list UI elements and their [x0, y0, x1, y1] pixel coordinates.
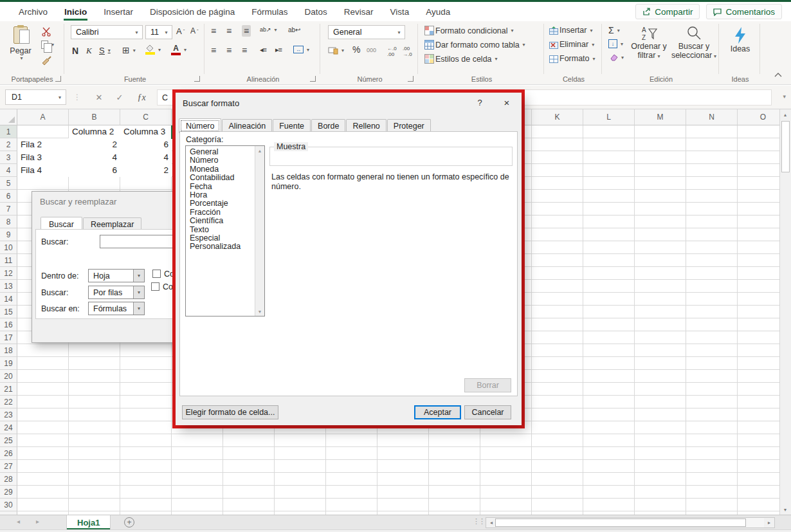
cancel-button[interactable]: Cancelar: [464, 405, 511, 419]
grid-cell-C1[interactable]: Columna 3: [120, 125, 172, 138]
row-header[interactable]: 14: [0, 293, 17, 306]
increase-indent-button[interactable]: ▸≡: [275, 46, 282, 54]
horizontal-scroll-thumb[interactable]: [495, 518, 746, 527]
find-format-tab[interactable]: Alineación: [222, 119, 272, 133]
font-size-select[interactable]: 11: [145, 25, 172, 39]
align-top-button[interactable]: ≡: [211, 26, 216, 35]
grid-cell-C4[interactable]: 2: [120, 164, 172, 177]
autosum-button[interactable]: Σ: [608, 25, 620, 35]
row-header[interactable]: 23: [0, 408, 17, 421]
row-header[interactable]: 2: [0, 138, 17, 151]
menu-tab[interactable]: Ayuda: [417, 2, 459, 21]
row-header[interactable]: 1: [0, 125, 17, 138]
sort-filter-button[interactable]: AZ Ordenar y filtrar: [629, 23, 669, 60]
scroll-down-arrow[interactable]: ▼: [255, 307, 264, 316]
comments-button[interactable]: Comentarios: [706, 4, 782, 19]
italic-button[interactable]: K: [86, 46, 92, 56]
font-color-button[interactable]: A: [171, 44, 186, 55]
clipboard-dialog-launcher[interactable]: [55, 76, 61, 82]
row-header[interactable]: 12: [0, 267, 17, 280]
category-item[interactable]: Contabilidad: [186, 174, 264, 182]
ideas-button[interactable]: Ideas: [725, 24, 755, 53]
collapse-ribbon-button[interactable]: [774, 73, 782, 77]
match-case-checkbox[interactable]: [152, 270, 161, 278]
row-header[interactable]: 18: [0, 344, 17, 357]
copy-button[interactable]: [41, 41, 54, 49]
share-button[interactable]: Compartir: [635, 4, 700, 19]
shrink-font-button[interactable]: Aˇ: [190, 26, 199, 35]
format-painter-button[interactable]: [41, 56, 51, 66]
row-header[interactable]: 28: [0, 473, 17, 486]
sheet-tab-hoja1[interactable]: Hoja1: [66, 515, 111, 529]
format-as-table-button[interactable]: Dar formato como tabla: [424, 40, 525, 50]
font-name-select[interactable]: Calibri: [71, 25, 143, 39]
row-header[interactable]: 16: [0, 318, 17, 331]
horizontal-scrollbar[interactable]: ◂ ▸: [486, 517, 775, 528]
grid-cell-B4[interactable]: 6: [69, 164, 120, 177]
number-dialog-launcher[interactable]: [408, 76, 414, 82]
close-icon[interactable]: ×: [501, 96, 513, 108]
insert-function-button[interactable]: ƒx: [134, 91, 149, 104]
sheet-nav-left-icon[interactable]: ◂: [17, 518, 20, 525]
row-header[interactable]: 17: [0, 331, 17, 344]
grid-cell-C3[interactable]: 4: [120, 151, 172, 164]
help-button[interactable]: ?: [474, 96, 486, 108]
find-format-tab[interactable]: Proteger: [387, 119, 431, 133]
scroll-up-arrow[interactable]: ▲: [255, 146, 264, 155]
row-header[interactable]: 11: [0, 254, 17, 267]
row-header[interactable]: 21: [0, 383, 17, 396]
row-header[interactable]: 7: [0, 203, 17, 216]
column-header[interactable]: M: [635, 109, 686, 125]
confirm-entry-button[interactable]: ✓: [112, 91, 127, 104]
category-item[interactable]: Texto: [186, 226, 264, 234]
ok-button[interactable]: Aceptar: [414, 405, 461, 419]
tab-resize-gripper[interactable]: ⋮⋮: [473, 517, 484, 526]
format-cells-button[interactable]: Formato: [549, 54, 596, 63]
category-item[interactable]: Hora: [186, 191, 264, 199]
row-header[interactable]: 29: [0, 486, 17, 499]
row-header[interactable]: 10: [0, 241, 17, 254]
find-format-tab[interactable]: Fuente: [273, 119, 311, 133]
alignment-dialog-launcher[interactable]: [310, 76, 316, 82]
category-item[interactable]: Número: [186, 156, 264, 165]
delete-cells-button[interactable]: Eliminar: [549, 40, 594, 49]
column-header[interactable]: L: [583, 109, 635, 125]
decrease-indent-button[interactable]: ◂≡: [260, 46, 266, 54]
align-right-button[interactable]: ≡: [242, 46, 247, 55]
grid-cell-B1[interactable]: Columna 2: [69, 125, 120, 138]
cancel-entry-button[interactable]: ✕: [91, 91, 107, 104]
category-item[interactable]: Científica: [186, 217, 264, 225]
column-header[interactable]: A: [17, 109, 69, 125]
category-item[interactable]: Personalizada: [186, 243, 264, 251]
fill-color-button[interactable]: [145, 44, 161, 55]
select-all-corner[interactable]: [0, 109, 17, 125]
cell-styles-button[interactable]: Estilos de celda: [424, 54, 498, 64]
menu-tab[interactable]: Inicio: [56, 2, 95, 21]
category-item[interactable]: Especial: [186, 234, 264, 243]
column-header[interactable]: C: [120, 109, 172, 125]
align-center-button[interactable]: ≡: [226, 46, 232, 55]
row-header[interactable]: 8: [0, 216, 17, 228]
paste-button[interactable]: Pegar: [5, 24, 36, 73]
column-header[interactable]: K: [532, 109, 583, 125]
grid-cell-A3[interactable]: Fila 3: [17, 151, 69, 164]
vertical-scroll-thumb[interactable]: [781, 121, 790, 172]
grid-cell-B3[interactable]: 4: [69, 151, 120, 164]
cut-button[interactable]: [41, 26, 51, 37]
accounting-format-button[interactable]: [328, 46, 344, 55]
new-sheet-button[interactable]: +: [124, 517, 134, 527]
number-format-select[interactable]: General: [328, 25, 405, 39]
menu-tab[interactable]: Disposición de página: [141, 2, 243, 21]
row-header[interactable]: 22: [0, 396, 17, 408]
font-dialog-launcher[interactable]: [194, 76, 200, 82]
vertical-scrollbar[interactable]: ▴ ▾: [779, 109, 791, 515]
borders-button[interactable]: ⊞: [122, 46, 136, 55]
grid-cell-A4[interactable]: Fila 4: [17, 164, 69, 177]
scroll-up-arrow[interactable]: ▴: [780, 109, 790, 120]
grid-cell-A2[interactable]: Fila 2: [17, 138, 69, 151]
align-bottom-button[interactable]: ≡: [242, 25, 251, 37]
category-item[interactable]: Moneda: [186, 165, 264, 174]
menu-tab[interactable]: Datos: [296, 2, 335, 21]
find-select-button[interactable]: Buscar y seleccionar: [670, 23, 718, 60]
column-header[interactable]: O: [738, 109, 779, 125]
